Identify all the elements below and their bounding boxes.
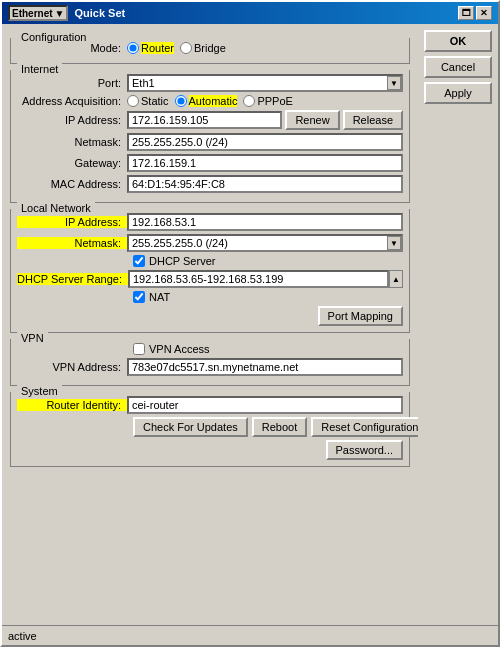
mode-radio-group: Router Bridge: [127, 42, 226, 54]
dhcp-range-arrow[interactable]: ▲: [389, 270, 403, 288]
ethernet-label: Ethernet: [12, 8, 53, 19]
ok-button[interactable]: OK: [424, 30, 492, 52]
local-netmask-input[interactable]: [129, 236, 387, 250]
netmask-input[interactable]: [127, 133, 403, 151]
bridge-label: Bridge: [194, 42, 226, 54]
system-buttons-row: Check For Updates Reboot Reset Configura…: [17, 417, 403, 437]
reset-configuration-button[interactable]: Reset Configuration: [311, 417, 418, 437]
local-ip-row: IP Address:: [17, 213, 403, 231]
mac-label: MAC Address:: [17, 178, 127, 190]
ip-row: IP Address: Renew Release: [17, 110, 403, 130]
vpn-access-label: VPN Access: [149, 343, 210, 355]
dhcp-server-label: DHCP Server: [149, 255, 215, 267]
port-row: Port: ▼: [17, 74, 403, 92]
port-dropdown-arrow[interactable]: ▼: [387, 76, 401, 90]
restore-button[interactable]: 🗖: [458, 6, 474, 20]
mac-input[interactable]: [127, 175, 403, 193]
port-dropdown[interactable]: ▼: [127, 74, 403, 92]
vpn-label: VPN: [17, 332, 48, 344]
vpn-access-row: VPN Access: [17, 343, 403, 355]
gateway-row: Gateway:: [17, 154, 403, 172]
password-button[interactable]: Password...: [326, 440, 403, 460]
vpn-section: VPN VPN Access VPN Address:: [10, 339, 410, 386]
router-identity-label: Router Identity:: [17, 399, 127, 411]
static-label: Static: [141, 95, 169, 107]
router-label: Router: [141, 42, 174, 54]
configuration-label: Configuration: [17, 31, 90, 43]
title-bar-left: Ethernet ▼ Quick Set: [8, 5, 125, 21]
ip-input[interactable]: [127, 111, 282, 129]
netmask-label: Netmask:: [17, 136, 127, 148]
dhcp-range-input[interactable]: [128, 270, 389, 288]
system-label: System: [17, 385, 62, 397]
local-netmask-row: Netmask: ▼: [17, 234, 403, 252]
gateway-label: Gateway:: [17, 157, 127, 169]
status-bar: active: [2, 625, 498, 645]
configuration-section: Configuration Mode: Router Bridge: [10, 38, 410, 64]
router-identity-row: Router Identity:: [17, 396, 403, 414]
dropdown-icon: ▼: [55, 8, 65, 19]
address-acq-label: Address Acquisition:: [17, 95, 127, 107]
port-input[interactable]: [129, 76, 387, 90]
port-mapping-button[interactable]: Port Mapping: [318, 306, 403, 326]
vpn-access-checkbox[interactable]: [133, 343, 145, 355]
vpn-address-input[interactable]: [127, 358, 403, 376]
bridge-radio-item: Bridge: [180, 42, 226, 54]
gateway-input[interactable]: [127, 154, 403, 172]
internet-section: Internet Port: ▼ Address Acquisition:: [10, 70, 410, 203]
bridge-radio[interactable]: [180, 42, 192, 54]
pppoe-radio-item: PPPoE: [243, 95, 292, 107]
ethernet-dropdown[interactable]: Ethernet ▼: [8, 5, 68, 21]
static-radio[interactable]: [127, 95, 139, 107]
vpn-address-label: VPN Address:: [17, 361, 127, 373]
port-mapping-row: Port Mapping: [17, 306, 403, 326]
window-title: Quick Set: [74, 7, 125, 19]
status-text: active: [8, 630, 37, 642]
mac-row: MAC Address:: [17, 175, 403, 193]
check-for-updates-button[interactable]: Check For Updates: [133, 417, 248, 437]
local-netmask-arrow[interactable]: ▼: [387, 236, 401, 250]
router-identity-input[interactable]: [127, 396, 403, 414]
router-radio-item: Router: [127, 42, 174, 54]
right-panel: OK Cancel Apply: [418, 24, 498, 625]
dhcp-range-row: DHCP Server Range: ▲: [17, 270, 403, 288]
local-ip-label: IP Address:: [17, 216, 127, 228]
dhcp-range-label: DHCP Server Range:: [17, 273, 128, 285]
port-label: Port:: [17, 77, 127, 89]
cancel-button[interactable]: Cancel: [424, 56, 492, 78]
router-radio[interactable]: [127, 42, 139, 54]
release-button[interactable]: Release: [343, 110, 403, 130]
dhcp-server-checkbox[interactable]: [133, 255, 145, 267]
title-bar: Ethernet ▼ Quick Set 🗖 ✕: [2, 2, 498, 24]
reboot-button[interactable]: Reboot: [252, 417, 307, 437]
local-network-label: Local Network: [17, 202, 95, 214]
dhcp-server-row: DHCP Server: [17, 255, 403, 267]
automatic-radio-item: Automatic: [175, 95, 238, 107]
automatic-radio[interactable]: [175, 95, 187, 107]
mode-label: Mode:: [17, 42, 127, 54]
apply-button[interactable]: Apply: [424, 82, 492, 104]
main-window: Ethernet ▼ Quick Set 🗖 ✕ Configuration M…: [0, 0, 500, 647]
netmask-row: Netmask:: [17, 133, 403, 151]
nat-checkbox[interactable]: [133, 291, 145, 303]
ip-input-group: Renew Release: [127, 110, 403, 130]
mode-row: Mode: Router Bridge: [17, 42, 403, 54]
acq-radio-group: Static Automatic PPPoE: [127, 95, 293, 107]
close-button[interactable]: ✕: [476, 6, 492, 20]
internet-label: Internet: [17, 63, 62, 75]
dhcp-range-input-group: ▲: [128, 270, 403, 288]
local-netmask-dropdown[interactable]: ▼: [127, 234, 403, 252]
static-radio-item: Static: [127, 95, 169, 107]
renew-button[interactable]: Renew: [285, 110, 339, 130]
address-acq-row: Address Acquisition: Static Automatic: [17, 95, 403, 107]
local-netmask-label: Netmask:: [17, 237, 127, 249]
system-section: System Router Identity: Check For Update…: [10, 392, 410, 467]
nat-label: NAT: [149, 291, 170, 303]
pppoe-radio[interactable]: [243, 95, 255, 107]
nat-row: NAT: [17, 291, 403, 303]
local-ip-input[interactable]: [127, 213, 403, 231]
main-panel: Configuration Mode: Router Bridge: [2, 24, 418, 625]
password-row: Password...: [17, 440, 403, 460]
local-network-section: Local Network IP Address: Netmask: ▼: [10, 209, 410, 333]
title-bar-controls: 🗖 ✕: [458, 6, 492, 20]
